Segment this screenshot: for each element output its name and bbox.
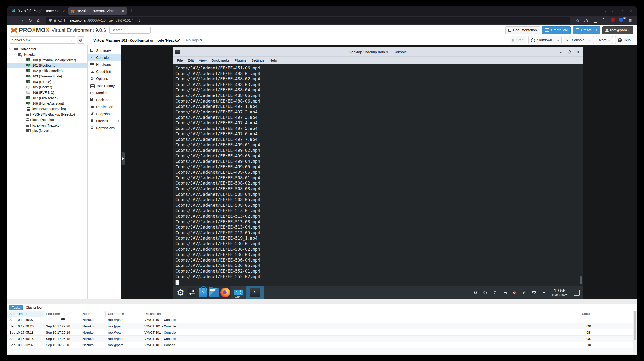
tree-item[interactable]: 102 (UnifiController) <box>7 68 88 74</box>
column-status[interactable]: Status <box>580 311 628 317</box>
clipboard-icon[interactable] <box>492 290 497 295</box>
tray-expand-chevron-icon[interactable] <box>542 290 546 295</box>
tree-expand-caret[interactable] <box>14 53 16 55</box>
bookmark-star-icon[interactable] <box>574 17 581 24</box>
tree-item[interactable]: pbs (Nezuko) <box>7 128 88 133</box>
edit-tags-pencil-icon[interactable] <box>200 38 203 42</box>
task-row[interactable]: Sep 10 17:20:20 Sep 10 17:22:28 Nezuko r… <box>7 323 637 330</box>
tab-close-icon[interactable] <box>122 9 124 13</box>
tasks-scrollbar-thumb[interactable] <box>634 311 636 340</box>
konsole-menu-item[interactable]: View <box>196 58 209 62</box>
menu-item-console[interactable]: Console <box>88 54 121 61</box>
updates-icon[interactable] <box>483 290 488 295</box>
console-dropdown[interactable] <box>587 36 591 44</box>
konsole-maximize-icon[interactable] <box>568 50 571 54</box>
menu-item-options[interactable]: Options <box>88 75 121 82</box>
user-menu-button[interactable]: root@pam <box>602 26 633 34</box>
discover-icon[interactable] <box>197 287 208 298</box>
documentation-button[interactable]: Documentation <box>506 26 540 34</box>
keyboard-layout-icon[interactable] <box>502 290 507 295</box>
browser-tab-proxmox[interactable]: Nezuko - Proxmox Virtual E <box>68 7 127 15</box>
menu-item-snapshots[interactable]: Snapshots <box>88 110 121 117</box>
tree-item[interactable]: Datacenter <box>7 46 88 52</box>
window-minimize-icon[interactable] <box>612 9 614 13</box>
window-close-icon[interactable] <box>629 9 632 13</box>
menu-item-monitor[interactable]: Monitor <box>88 89 121 96</box>
tab-cluster-log[interactable]: Cluster log <box>24 305 44 310</box>
menu-item-replication[interactable]: Replication <box>88 103 121 110</box>
konsole-menu-item[interactable]: Help <box>267 58 280 62</box>
terminal-scrollbar-thumb[interactable] <box>580 276 582 285</box>
tree-item[interactable]: 101 (Koolbuntu) <box>7 63 88 68</box>
konsole-task-active[interactable] <box>246 286 264 299</box>
tree-settings-gear-icon[interactable] <box>77 36 84 44</box>
konsole-menu-item[interactable]: Plugins <box>232 58 249 62</box>
tree-item[interactable]: Nezuko <box>7 52 88 57</box>
konsole-titlebar[interactable]: Desktop : backup data.s — Konsole <box>173 47 582 57</box>
terminal-output[interactable]: Cooms/JAV/Jadenet/EE/EE-451-06.mp4 Cooms… <box>173 64 582 286</box>
konsole-menu-item[interactable]: File <box>174 58 185 62</box>
url-bar[interactable]: nezuko.lan:8006/#v1:0:=qemu%2F101:4:::::… <box>46 17 570 24</box>
tree-expand-caret[interactable] <box>9 47 12 50</box>
view-select[interactable]: Server View <box>10 36 76 44</box>
task-row[interactable]: Sep 10 16:50:16 Sep 10 17:05:18 Nezuko r… <box>7 336 637 342</box>
column-user-name[interactable]: User name <box>106 311 142 317</box>
column-start-time[interactable]: Start Time <box>7 311 44 317</box>
panel-collapse-handle[interactable] <box>121 152 125 165</box>
tab-close-icon[interactable] <box>62 9 65 13</box>
tree-item[interactable]: 107 (OPNsense) <box>7 95 88 101</box>
tree-item[interactable]: PBS-SMB-Backup (Nezuko) <box>7 112 88 117</box>
menu-item-permissions[interactable]: Permissions <box>88 124 121 131</box>
task-row[interactable]: Sep 10 17:05:18 Sep 10 17:20:19 Nezuko r… <box>7 330 637 336</box>
menu-item-task-history[interactable]: Task History <box>88 82 121 89</box>
task-row[interactable]: Sep 10 18:55:07 Nezuko root@pam VM/CT 10… <box>7 317 637 323</box>
tree-item[interactable]: 105 (Docker) <box>7 84 88 90</box>
extensions-puzzle-icon[interactable] <box>600 17 608 24</box>
column-end-time[interactable]: End Time <box>44 311 80 317</box>
vm-screen[interactable]: Desktop : backup data.s — Konsole File <box>173 47 582 299</box>
konsole-menu-item[interactable]: Bookmarks <box>209 58 232 62</box>
start-button[interactable]: Start <box>510 36 526 44</box>
bottom-splitter[interactable] <box>7 299 637 304</box>
app-launcher-icon[interactable] <box>175 287 186 298</box>
tree-item[interactable]: 100 (ProxmoxBackupServer) <box>7 57 88 63</box>
new-tab-button[interactable] <box>130 8 133 14</box>
help-button[interactable]: Help <box>615 36 633 44</box>
notifications-bell-icon[interactable] <box>473 290 478 295</box>
task-row[interactable] <box>7 348 637 355</box>
tree-item[interactable]: local (Nezuko) <box>7 117 88 122</box>
tree-item[interactable]: localnetwork (Nezuko) <box>7 106 88 111</box>
tree-item[interactable]: 106 (EVE-NG) <box>7 90 88 95</box>
taskbar-clock[interactable]: 19:56 10/09/2025 <box>552 288 568 297</box>
tree-item[interactable]: local-lvm (Nezuko) <box>7 122 88 128</box>
volume-muted-icon[interactable] <box>512 290 517 295</box>
forward-icon[interactable] <box>18 18 25 23</box>
tracking-shield-icon[interactable] <box>48 19 52 22</box>
lock-warning-icon[interactable] <box>54 20 56 22</box>
more-button[interactable]: More <box>596 36 613 44</box>
permissions-icon[interactable] <box>64 19 68 22</box>
konsole-close-icon[interactable] <box>576 49 579 54</box>
novnc-console-area[interactable]: Desktop : backup data.s — Konsole File <box>121 45 637 299</box>
tasks-scrollbar[interactable] <box>633 311 637 355</box>
home-icon[interactable] <box>35 18 42 23</box>
menu-item-cloud-init[interactable]: Cloud-Init <box>88 68 121 75</box>
dolphin-file-manager-icon[interactable] <box>208 287 220 298</box>
usb-device-icon[interactable] <box>522 290 526 295</box>
konsole-menu-item[interactable]: Edit <box>185 58 196 62</box>
show-desktop-icon[interactable] <box>574 290 580 296</box>
task-row[interactable]: Sep 10 16:02:37 Sep 10 16:50:16 Nezuko r… <box>7 342 637 348</box>
list-all-tabs-icon[interactable] <box>604 9 606 13</box>
back-icon[interactable] <box>10 18 17 23</box>
browser-tab-hsg[interactable]: (179) /g/ - /hsg/ - Home Ser <box>10 7 67 15</box>
column-description[interactable]: Description <box>142 311 580 317</box>
tree-item[interactable]: 103 (TruenasScale) <box>7 74 88 79</box>
bitwarden-icon[interactable]: 1 <box>618 17 625 24</box>
search-input[interactable] <box>109 27 151 33</box>
display-device-icon[interactable] <box>532 290 536 295</box>
screen-share-task[interactable] <box>231 286 246 299</box>
console-button[interactable]: Console <box>564 36 594 44</box>
reload-icon[interactable] <box>27 18 34 23</box>
shutdown-dropdown[interactable] <box>554 36 559 44</box>
menu-item-hardware[interactable]: Hardware <box>88 61 121 68</box>
